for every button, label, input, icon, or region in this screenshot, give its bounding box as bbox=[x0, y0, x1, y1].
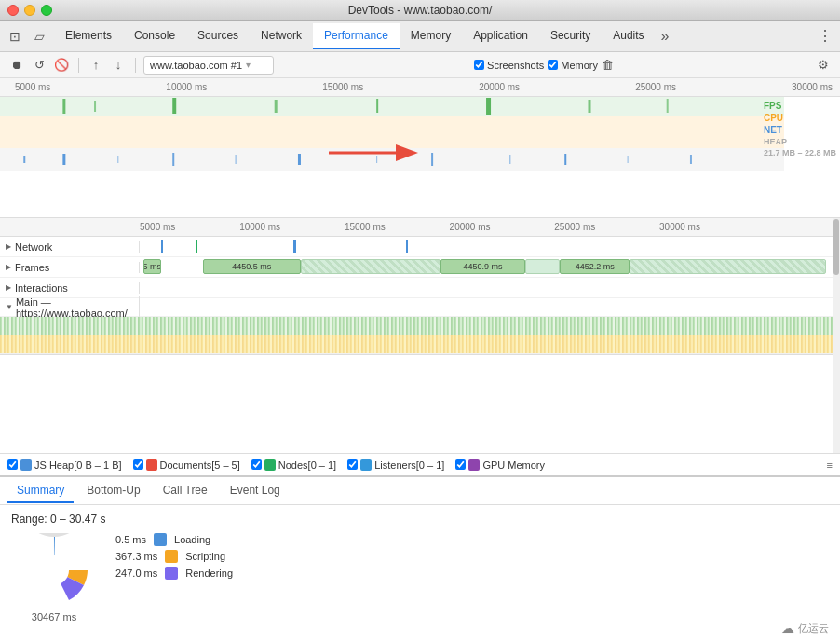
settings-icon[interactable]: ⋮ bbox=[810, 23, 840, 48]
tab-memory[interactable]: Memory bbox=[400, 23, 462, 49]
ruler2-mark-1: 5000 ms bbox=[140, 222, 175, 232]
summary-body: 30467 ms 0.5 ms Loading 367.3 ms Scripti… bbox=[7, 533, 833, 622]
svg-rect-10 bbox=[117, 156, 118, 163]
svg-rect-3 bbox=[275, 100, 278, 113]
legend-item-documents[interactable]: Documents[5 – 5] bbox=[133, 459, 240, 471]
frame-block-2: 4450.5 ms bbox=[203, 259, 301, 274]
url-dropdown-icon[interactable]: ▾ bbox=[246, 60, 251, 70]
legend-bar: JS Heap[0 B – 1 B] Documents[5 – 5] Node… bbox=[0, 453, 840, 475]
legend-nodes-color bbox=[264, 459, 276, 471]
window-title: DevTools - www.taobao.com/ bbox=[348, 4, 493, 17]
frame-block-2-label: 4450.5 ms bbox=[232, 262, 271, 271]
timeline-rows: 5000 ms 10000 ms 15000 ms 20000 ms 25000… bbox=[0, 218, 840, 453]
legend-item-gpu[interactable]: GPU Memory bbox=[455, 459, 545, 471]
bottom-tab-summary[interactable]: Summary bbox=[7, 479, 74, 503]
main-yellow-band bbox=[0, 335, 840, 354]
upload-button[interactable]: ↑ bbox=[87, 56, 105, 75]
legend-item-nodes[interactable]: Nodes[0 – 1] bbox=[251, 459, 336, 471]
trash-button[interactable]: 🗑 bbox=[602, 58, 614, 72]
legend-listeners-check[interactable] bbox=[347, 459, 358, 470]
legend-gpu-check[interactable] bbox=[455, 459, 466, 470]
tab-sources[interactable]: Sources bbox=[186, 23, 250, 49]
bottom-panel: Summary Bottom-Up Call Tree Event Log Ra… bbox=[0, 475, 840, 643]
main-content-row bbox=[0, 317, 840, 354]
legend-item-listeners[interactable]: Listeners[0 – 1] bbox=[347, 459, 444, 471]
heap-area bbox=[0, 171, 784, 218]
reload-record-button[interactable]: ↺ bbox=[30, 56, 48, 75]
tab-elements[interactable]: Elements bbox=[54, 23, 123, 49]
scrollbar-thumb[interactable] bbox=[833, 219, 839, 275]
separator-1 bbox=[78, 58, 79, 73]
minimize-button[interactable] bbox=[24, 5, 35, 16]
timeline-scrollbar[interactable] bbox=[833, 218, 840, 453]
ruler2-mark-2: 10000 ms bbox=[239, 222, 280, 232]
summary-left: 30467 ms bbox=[7, 533, 101, 622]
legend-gpu-label: GPU Memory bbox=[482, 459, 545, 471]
devtools-panel: ⊡ ▱ Elements Console Sources Network Per… bbox=[0, 21, 840, 643]
toolbar: ⏺ ↺ 🚫 ↑ ↓ www.taobao.com #1 ▾ Screenshot… bbox=[0, 52, 840, 78]
legend-listeners-color bbox=[360, 459, 372, 471]
bottom-tab-bottom-up[interactable]: Bottom-Up bbox=[77, 479, 149, 503]
ruler2-labels: 5000 ms 10000 ms 15000 ms 20000 ms 25000… bbox=[140, 222, 700, 232]
interactions-row-content bbox=[140, 278, 840, 297]
tab-application[interactable]: Application bbox=[462, 23, 539, 49]
summary-item-scripting: 367.3 ms Scripting bbox=[115, 550, 833, 563]
record-button[interactable]: ⏺ bbox=[7, 56, 26, 75]
network-row: ▶ Network bbox=[0, 237, 840, 257]
frames-label-text: Frames bbox=[15, 262, 49, 273]
interactions-expand-icon[interactable]: ▶ bbox=[6, 283, 11, 292]
fps-bar bbox=[0, 97, 784, 116]
tab-network[interactable]: Network bbox=[250, 23, 313, 49]
chart-labels: FPS CPU NET HEAP 21.7 MB – 22.8 MB bbox=[764, 97, 836, 157]
net-tick-3 bbox=[293, 240, 296, 253]
legend-js-heap-label: JS Heap[0 B – 1 B] bbox=[34, 459, 122, 471]
screenshots-check-input[interactable] bbox=[474, 60, 484, 70]
legend-item-js-heap[interactable]: JS Heap[0 B – 1 B] bbox=[7, 459, 122, 471]
legend-documents-check[interactable] bbox=[133, 459, 143, 470]
ruler2-mark-3: 15000 ms bbox=[345, 222, 386, 232]
bottom-tab-call-tree[interactable]: Call Tree bbox=[154, 479, 217, 503]
svg-rect-8 bbox=[23, 156, 25, 163]
memory-checkbox[interactable]: Memory bbox=[548, 60, 598, 71]
charts-area[interactable]: FPS CPU NET HEAP 21.7 MB – 22.8 MB bbox=[0, 97, 840, 218]
device-icon[interactable]: ▱ bbox=[28, 25, 50, 48]
clear-button[interactable]: 🚫 bbox=[52, 56, 71, 75]
legend-nodes-check[interactable] bbox=[251, 459, 262, 470]
network-row-label: ▶ Network bbox=[0, 241, 140, 253]
ruler2-mark-5: 25000 ms bbox=[554, 222, 595, 232]
net-tick-4 bbox=[406, 240, 408, 253]
frames-expand-icon[interactable]: ▶ bbox=[6, 263, 11, 271]
top-ruler: 5000 ms 10000 ms 15000 ms 20000 ms 25000… bbox=[0, 78, 840, 97]
legend-listeners-label: Listeners[0 – 1] bbox=[374, 459, 444, 471]
tab-security[interactable]: Security bbox=[539, 23, 602, 49]
maximize-button[interactable] bbox=[41, 5, 52, 16]
memory-check-input[interactable] bbox=[548, 60, 558, 70]
frame-block-light-1 bbox=[525, 259, 561, 274]
screenshots-checkbox[interactable]: Screenshots bbox=[474, 60, 544, 71]
tab-console[interactable]: Console bbox=[123, 23, 186, 49]
svg-rect-13 bbox=[298, 154, 301, 165]
summary-range: Range: 0 – 30.47 s bbox=[7, 513, 833, 526]
heap-label: HEAP bbox=[764, 137, 836, 146]
network-label-text: Network bbox=[15, 241, 52, 253]
tab-performance[interactable]: Performance bbox=[313, 23, 400, 49]
net-area bbox=[0, 148, 784, 171]
settings-gear-icon[interactable]: ⚙ bbox=[814, 56, 833, 75]
main-expand-icon[interactable]: ▼ bbox=[6, 303, 13, 311]
inspect-icon[interactable]: ⊡ bbox=[4, 25, 26, 48]
timeline-ruler2: 5000 ms 10000 ms 15000 ms 20000 ms 25000… bbox=[0, 218, 840, 237]
rendering-value: 247.0 ms bbox=[115, 568, 157, 579]
scripting-label: Scripting bbox=[185, 551, 225, 562]
legend-js-heap-check[interactable] bbox=[7, 459, 18, 470]
bottom-tab-event-log[interactable]: Event Log bbox=[221, 479, 290, 503]
svg-rect-17 bbox=[564, 154, 566, 165]
svg-rect-19 bbox=[690, 155, 692, 164]
tab-more-button[interactable]: » bbox=[656, 24, 675, 48]
ruler-mark-5: 25000 ms bbox=[635, 82, 676, 92]
legend-more-icon[interactable]: ≡ bbox=[827, 459, 833, 471]
rendering-color bbox=[165, 567, 178, 580]
tab-audits[interactable]: Audits bbox=[602, 23, 655, 49]
network-expand-icon[interactable]: ▶ bbox=[6, 242, 11, 251]
close-button[interactable] bbox=[7, 5, 19, 16]
download-button[interactable]: ↓ bbox=[109, 56, 128, 75]
